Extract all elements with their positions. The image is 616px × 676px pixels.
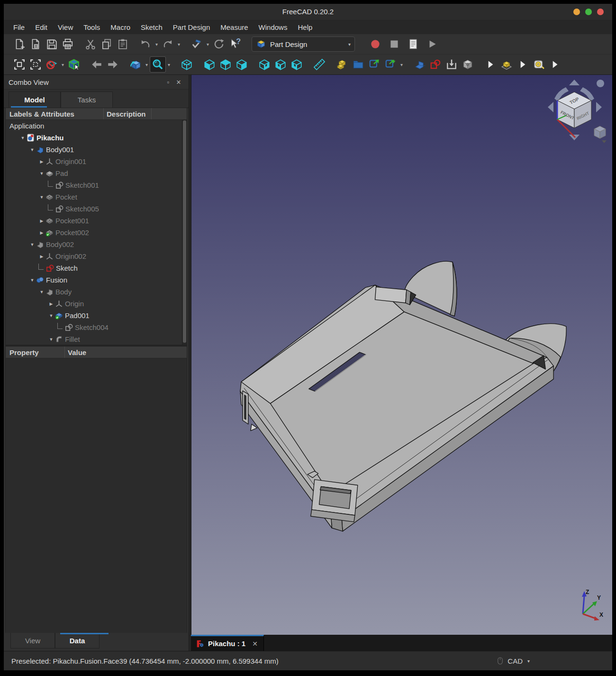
nav-forward-button[interactable] <box>105 56 121 73</box>
menu-tools[interactable]: Tools <box>79 22 105 33</box>
expand-closed-icon[interactable]: ▶ <box>38 230 45 235</box>
workbench-dropdown-arrow[interactable]: ▾ <box>348 42 351 47</box>
navigation-style-dropdown-arrow[interactable]: ▾ <box>527 658 530 664</box>
validate-dropdown-arrow[interactable]: ▾ <box>205 42 211 47</box>
dock-float-icon[interactable]: ▫ <box>163 79 173 86</box>
create-sketch-button[interactable] <box>427 56 444 73</box>
new-file-button[interactable] <box>11 36 27 52</box>
macro-play-button[interactable] <box>424 36 440 52</box>
measure-button[interactable] <box>531 56 547 73</box>
expand-open-icon[interactable]: ▼ <box>28 278 36 283</box>
3d-viewport[interactable]: TOP FRONT RIGHT <box>191 75 612 635</box>
copy-button[interactable] <box>99 36 115 52</box>
tree-item-pad001[interactable]: ▼Pad001 <box>6 310 182 321</box>
zoom-dropdown-arrow[interactable]: ▾ <box>166 62 172 67</box>
menu-macro[interactable]: Macro <box>106 22 135 33</box>
whats-this-button[interactable]: ? <box>227 36 243 52</box>
macro-edit-button[interactable] <box>405 36 421 52</box>
expand-closed-icon[interactable]: ▶ <box>47 301 55 306</box>
maximize-button[interactable] <box>585 9 592 15</box>
tree-item-sketch004[interactable]: Sketch004 <box>6 321 182 333</box>
tree-item-fusion[interactable]: ▼Fusion <box>6 274 182 286</box>
fit-all-button[interactable] <box>11 56 27 73</box>
expand-closed-icon[interactable]: ▶ <box>38 159 45 164</box>
validate-button[interactable] <box>189 36 205 52</box>
menu-view[interactable]: View <box>53 22 78 33</box>
open-file-button[interactable] <box>27 36 44 52</box>
tab-model[interactable]: Model <box>9 91 61 108</box>
expand-open-icon[interactable]: ▼ <box>47 313 55 318</box>
toolbar-overflow-1-button[interactable] <box>482 56 498 73</box>
expand-open-icon[interactable]: ▼ <box>28 147 36 152</box>
macro-stop-button[interactable] <box>386 36 402 52</box>
minimize-button[interactable] <box>573 9 580 15</box>
menu-help[interactable]: Help <box>293 22 317 33</box>
view-left-button[interactable] <box>289 56 305 73</box>
dock-close-icon[interactable]: ✕ <box>173 79 184 86</box>
tree-item-fillet[interactable]: ▼Fillet <box>6 333 182 345</box>
view-top-button[interactable] <box>217 56 234 73</box>
tree-item-sketch005[interactable]: Sketch005 <box>6 203 182 215</box>
cut-button[interactable] <box>82 36 99 52</box>
tree-item-body[interactable]: ▼Body <box>6 286 182 298</box>
menu-edit[interactable]: Edit <box>30 22 52 33</box>
tree-item-origin002[interactable]: ▶Origin002 <box>6 250 182 262</box>
expand-closed-icon[interactable]: ▶ <box>38 219 45 223</box>
navigation-style-selector[interactable]: CAD ▾ <box>498 657 530 665</box>
tree-item-pocket002[interactable]: ▶Pocket002 <box>6 227 182 238</box>
toolbar-overflow-2-button[interactable] <box>515 56 531 73</box>
tab-tasks[interactable]: Tasks <box>61 91 113 108</box>
home-view-button[interactable] <box>127 56 144 73</box>
workbench-selector[interactable]: Part Design ▾ <box>252 37 355 52</box>
expand-closed-icon[interactable]: ▶ <box>38 254 45 259</box>
document-tab-pikachu[interactable]: Pikachu : 1 ✕ <box>191 635 264 651</box>
make-sub-link-dropdown-arrow[interactable]: ▾ <box>399 62 405 67</box>
dock-title-bar[interactable]: Combo View ▫ ✕ <box>4 75 189 90</box>
refresh-button[interactable] <box>211 36 227 52</box>
create-part-button[interactable] <box>334 56 350 73</box>
tab-view[interactable]: View <box>10 633 55 649</box>
fit-selection-button[interactable] <box>27 56 44 73</box>
view-front-button[interactable] <box>201 56 217 73</box>
tree-item-origin001[interactable]: ▶Origin001 <box>6 155 182 167</box>
close-button[interactable] <box>597 9 604 15</box>
paste-button[interactable] <box>115 36 131 52</box>
tree-item-application[interactable]: Application <box>6 120 182 132</box>
tab-data[interactable]: Data <box>55 633 100 649</box>
view-axonometric-button[interactable] <box>179 56 195 73</box>
title-bar[interactable]: FreeCAD 0.20.2 <box>4 4 612 20</box>
print-button[interactable] <box>60 36 76 52</box>
create-shapebinder-button[interactable] <box>460 56 476 73</box>
tree-item-origin[interactable]: ▶Origin <box>6 298 182 310</box>
undo-dropdown-arrow[interactable]: ▾ <box>154 42 160 47</box>
save-button[interactable] <box>44 36 60 52</box>
view-right-button[interactable] <box>234 56 250 73</box>
tree-item-body001[interactable]: ▼Body001 <box>6 144 182 155</box>
expand-open-icon[interactable]: ▼ <box>28 242 36 247</box>
tree-item-sketch001[interactable]: Sketch001 <box>6 179 182 191</box>
menu-part-design[interactable]: Part Design <box>168 22 215 33</box>
document-tab-close-icon[interactable]: ✕ <box>252 640 258 648</box>
draw-style-button[interactable] <box>44 56 60 73</box>
expand-open-icon[interactable]: ▼ <box>19 136 27 140</box>
view-rear-button[interactable] <box>256 56 272 73</box>
navigation-cube[interactable]: TOP FRONT RIGHT <box>545 78 607 144</box>
edit-sketch-button[interactable] <box>444 56 460 73</box>
tree-item-pikachu[interactable]: ▼Pikachu <box>6 132 182 144</box>
tree-item-pad[interactable]: ▼Pad <box>6 167 182 179</box>
toolbar-overflow-3-button[interactable] <box>547 56 563 73</box>
draw-style-dropdown-arrow[interactable]: ▾ <box>60 62 66 67</box>
tree-item-body002[interactable]: ▼Body002 <box>6 238 182 250</box>
view-bottom-button[interactable] <box>272 56 289 73</box>
tree-item-pocket001[interactable]: ▶Pocket001 <box>6 215 182 227</box>
redo-dropdown-arrow[interactable]: ▾ <box>176 42 182 47</box>
measure-distance-button[interactable] <box>311 56 327 73</box>
macro-record-button[interactable] <box>367 36 383 52</box>
expand-open-icon[interactable]: ▼ <box>47 337 55 342</box>
zoom-button[interactable] <box>150 56 166 73</box>
create-group-button[interactable] <box>350 56 366 73</box>
menu-windows[interactable]: Windows <box>254 22 292 33</box>
pad-button[interactable] <box>498 56 515 73</box>
tree-item-pocket[interactable]: ▼Pocket <box>6 191 182 203</box>
expand-open-icon[interactable]: ▼ <box>38 290 45 294</box>
